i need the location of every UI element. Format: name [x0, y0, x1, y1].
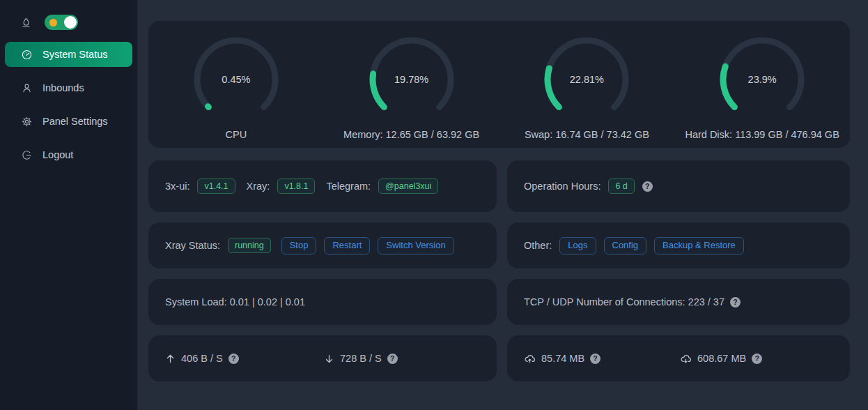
operation-hours-card: Operation Hours: 6 d ? [507, 160, 850, 212]
cpu-label: CPU [226, 129, 247, 140]
swap-label: Swap: 16.74 GB / 73.42 GB [525, 129, 649, 140]
network-speed-card: 406 B / S ? 728 B / S ? [148, 335, 497, 381]
traffic-card: 85.74 MB ? 608.67 MB ? [507, 335, 850, 381]
swap-gauge: 22.81% Swap: 16.74 GB / 73.42 GB [499, 21, 675, 148]
arrow-up-icon [165, 354, 176, 364]
switch-version-button[interactable]: Switch Version [378, 237, 454, 255]
question-circle-icon[interactable]: ? [642, 181, 653, 192]
sidebar-item-system-status[interactable]: System Status [5, 42, 132, 67]
hard-disk-label: Hard Disk: 113.99 GB / 476.94 GB [685, 129, 839, 140]
dashboard-icon [21, 49, 33, 61]
upload-speed: 406 B / S ? [165, 353, 324, 364]
arrow-down-icon [324, 354, 334, 364]
telegram-label: Telegram: [326, 181, 371, 192]
stop-button[interactable]: Stop [281, 237, 317, 255]
user-icon [21, 82, 33, 94]
sent-traffic: 85.74 MB ? [524, 353, 680, 365]
received-traffic-value: 608.67 MB [697, 353, 746, 364]
operation-hours-label: Operation Hours: [524, 181, 600, 192]
sidebar-item-inbounds[interactable]: Inbounds [5, 75, 132, 100]
sidebar-header [0, 11, 137, 33]
xray-version-label: Xray: [247, 181, 270, 192]
resource-gauges-card: 0.45% CPU 19.78% Memory: 12.65 GB / 63.9… [148, 21, 850, 148]
sidebar-item-label: Logout [42, 149, 73, 160]
xray-version-tag: v1.8.1 [277, 179, 315, 194]
sidebar: System Status Inbounds Panel Settings [0, 0, 137, 410]
swap-percent: 22.81% [543, 36, 630, 123]
xui-version-label: 3x-ui: [165, 181, 189, 192]
sun-icon [49, 19, 57, 26]
cpu-percent: 0.45% [193, 36, 279, 123]
backup-restore-button[interactable]: Backup & Restore [654, 237, 744, 255]
other-actions-card: Other: Logs Config Backup & Restore [507, 222, 850, 268]
logout-icon [21, 149, 33, 161]
theme-toggle-switch[interactable] [45, 15, 78, 30]
question-circle-icon[interactable]: ? [387, 354, 398, 364]
question-circle-icon[interactable]: ? [228, 354, 239, 364]
sidebar-item-label: Inbounds [42, 82, 84, 93]
sidebar-item-panel-settings[interactable]: Panel Settings [5, 109, 132, 134]
sidebar-item-label: System Status [42, 49, 107, 60]
bg-colors-icon [20, 17, 32, 29]
gear-icon [21, 116, 33, 128]
operation-hours-tag: 6 d [608, 179, 634, 194]
cloud-download-icon [680, 353, 692, 365]
memory-label: Memory: 12.65 GB / 63.92 GB [343, 129, 479, 140]
memory-percent: 19.78% [369, 36, 455, 123]
download-speed: 728 B / S ? [324, 353, 483, 364]
logs-button[interactable]: Logs [559, 237, 596, 255]
versions-card: 3x-ui: v1.4.1 Xray: v1.8.1 Telegram: @pa… [148, 160, 497, 212]
download-speed-value: 728 B / S [340, 353, 382, 364]
xray-status-label: Xray Status: [165, 240, 220, 251]
system-load-text: System Load: 0.01 | 0.02 | 0.01 [165, 296, 305, 308]
telegram-link-tag[interactable]: @panel3xui [378, 179, 438, 194]
main-content: 0.45% CPU 19.78% Memory: 12.65 GB / 63.9… [137, 0, 868, 410]
xray-status-card: Xray Status: running Stop Restart Switch… [148, 222, 497, 268]
question-circle-icon[interactable]: ? [730, 297, 741, 308]
xray-running-tag: running [228, 238, 271, 253]
system-load-card: System Load: 0.01 | 0.02 | 0.01 [148, 279, 497, 325]
connections-text: TCP / UDP Number of Connections: 223 / 3… [524, 296, 724, 308]
sidebar-item-logout[interactable]: Logout [5, 142, 132, 167]
xui-version-tag: v1.4.1 [197, 179, 235, 194]
question-circle-icon[interactable]: ? [752, 354, 762, 364]
sidebar-item-label: Panel Settings [42, 116, 108, 127]
question-circle-icon[interactable]: ? [590, 354, 600, 364]
config-button[interactable]: Config [604, 237, 647, 255]
sent-traffic-value: 85.74 MB [541, 353, 584, 364]
received-traffic: 608.67 MB ? [680, 353, 836, 365]
hard-disk-gauge: 23.9% Hard Disk: 113.99 GB / 476.94 GB [674, 21, 850, 148]
toggle-knob [64, 16, 77, 29]
upload-speed-value: 406 B / S [181, 353, 223, 364]
connections-card: TCP / UDP Number of Connections: 223 / 3… [507, 279, 850, 325]
memory-gauge: 19.78% Memory: 12.65 GB / 63.92 GB [324, 21, 499, 148]
restart-button[interactable]: Restart [324, 237, 370, 255]
cloud-upload-icon [524, 353, 536, 365]
other-label: Other: [524, 240, 552, 251]
cpu-gauge: 0.45% CPU [148, 21, 324, 148]
hard-disk-percent: 23.9% [719, 36, 805, 123]
